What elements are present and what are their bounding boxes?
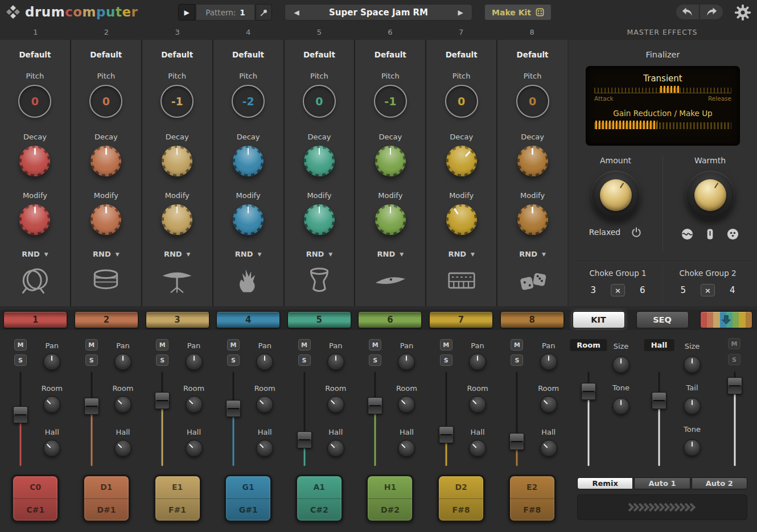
redo-button[interactable] [700,5,723,19]
hall-send-knob[interactable] [398,440,415,457]
choke-group2-clear-button[interactable]: × [701,284,715,296]
master-mute-button[interactable]: M [728,338,740,349]
pitch-knob[interactable]: -1 [161,85,194,118]
volume-fader[interactable] [438,372,454,466]
decay-knob[interactable] [19,146,50,176]
choke-group1-channel-b[interactable]: 6 [640,285,645,295]
decay-knob[interactable] [90,146,121,176]
modify-knob[interactable] [375,204,406,235]
solo-button[interactable]: S [85,354,98,366]
room-send-knob[interactable] [398,396,415,413]
modify-knob[interactable] [90,204,121,235]
drum-pad[interactable]: E1 F#1 [154,475,201,522]
choke-group1-clear-button[interactable]: × [611,284,625,296]
pitch-knob[interactable]: -1 [374,85,407,118]
solo-button[interactable]: S [369,354,381,366]
pitch-knob[interactable]: 0 [89,85,122,118]
cymbal-icon[interactable] [372,266,409,295]
finalizer-display[interactable]: Transient Attack Release Gain Reduction … [586,66,740,146]
kit-view-button[interactable]: KIT [573,311,625,328]
transient-meter[interactable] [594,88,731,93]
hall-tail-knob[interactable] [684,398,701,415]
mute-button[interactable]: M [85,339,98,350]
remix-button[interactable]: Remix [577,477,633,489]
rnd-dropdown[interactable]: RND ▼ [22,250,48,258]
mute-button[interactable]: M [298,339,311,350]
auto1-button[interactable]: Auto 1 [634,477,690,489]
modify-knob[interactable] [304,204,335,235]
choke-group1-channel-a[interactable]: 3 [590,285,596,295]
volume-fader[interactable] [225,372,241,466]
mute-button[interactable]: M [369,339,381,350]
pan-knob[interactable] [469,353,486,370]
hihat-icon[interactable] [159,266,195,295]
engine-preset-dropdown[interactable]: Default [517,50,549,59]
engine-preset-dropdown[interactable]: Default [375,50,406,59]
pitch-knob[interactable]: 0 [516,85,549,118]
engine-preset-dropdown[interactable]: Default [446,50,478,59]
engine-preset-dropdown[interactable]: Default [90,50,122,59]
volume-fader[interactable] [154,372,170,466]
clap-icon[interactable] [230,266,266,295]
pitch-knob[interactable]: -2 [232,85,265,118]
drum-pad[interactable]: G1 G#1 [224,475,272,522]
hall-size-knob[interactable] [684,356,701,373]
channel-select-button[interactable]: 8 [500,311,564,328]
amount-knob[interactable] [591,171,640,220]
pan-knob[interactable] [540,353,557,370]
engine-preset-dropdown[interactable]: Default [303,50,335,59]
hall-send-knob[interactable] [256,440,273,457]
engine-preset-dropdown[interactable]: Default [161,50,193,59]
decay-knob[interactable] [233,146,264,176]
room-send-knob[interactable] [114,396,131,413]
pattern-pin-button[interactable] [256,4,272,20]
drum-pad[interactable]: D2 F#8 [437,475,485,522]
play-button[interactable]: ▶ [178,4,195,20]
modify-knob[interactable] [446,204,477,235]
drum-pad[interactable]: D1 D#1 [83,475,130,522]
seq-view-button[interactable]: SEQ [636,311,689,328]
mute-button[interactable]: M [511,339,523,350]
hall-send-knob[interactable] [186,440,203,457]
drum-pad[interactable]: H1 D#2 [366,475,414,522]
choke-group2-channel-b[interactable]: 4 [730,285,735,295]
mixer-expand-button[interactable] [700,311,752,328]
gain-reduction-meter[interactable] [594,122,731,129]
hall-send-knob[interactable] [114,440,131,457]
volume-fader[interactable] [13,372,28,466]
hall-send-knob[interactable] [540,440,557,457]
hall-return-label[interactable]: Hall [644,339,674,351]
hall-return-fader[interactable] [651,372,667,466]
room-return-fader[interactable] [581,372,596,466]
pitch-knob[interactable]: 0 [445,85,478,118]
preset-next-button[interactable]: ▶ [449,5,472,20]
modify-knob[interactable] [162,204,192,235]
mute-button[interactable]: M [227,339,240,350]
channel-select-button[interactable]: 1 [3,311,67,328]
mute-button[interactable]: M [14,339,27,350]
room-send-knob[interactable] [186,396,203,413]
rnd-dropdown[interactable]: RND ▼ [519,250,546,258]
pan-knob[interactable] [256,353,273,370]
pan-knob[interactable] [327,353,344,370]
warmth-knob[interactable] [686,171,735,220]
power-icon[interactable] [631,226,642,238]
modify-knob[interactable] [233,204,264,235]
preset-prev-button[interactable]: ◀ [285,5,308,20]
decay-knob[interactable] [375,146,406,176]
master-solo-button[interactable]: S [728,354,740,365]
drum-pad[interactable]: A1 C#2 [295,475,343,522]
channel-select-button[interactable]: 6 [358,311,422,328]
decay-knob[interactable] [517,146,548,176]
conga-icon[interactable] [301,266,338,295]
snare-drum-icon[interactable] [88,266,124,295]
room-send-knob[interactable] [540,396,557,413]
room-send-knob[interactable] [327,396,344,413]
pitch-knob[interactable]: 0 [303,85,336,118]
volume-fader[interactable] [509,372,525,466]
solo-button[interactable]: S [14,354,27,366]
drum-pad[interactable]: C0 C#1 [11,475,59,522]
hall-send-knob[interactable] [469,440,486,457]
modify-knob[interactable] [19,204,50,235]
undo-button[interactable] [676,5,699,19]
